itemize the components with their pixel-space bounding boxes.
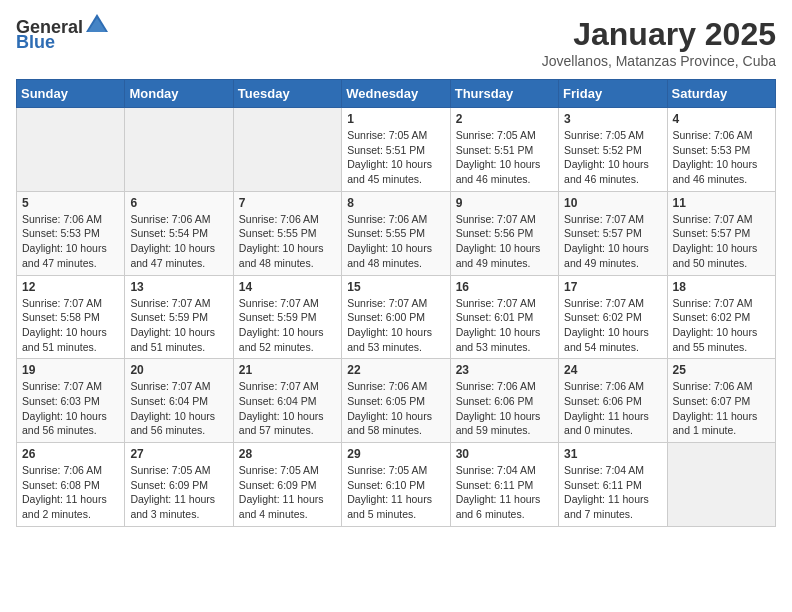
day-number: 14 (239, 280, 336, 294)
day-number: 31 (564, 447, 661, 461)
calendar-cell: 26Sunrise: 7:06 AM Sunset: 6:08 PM Dayli… (17, 443, 125, 527)
day-info: Sunrise: 7:07 AM Sunset: 5:57 PM Dayligh… (673, 212, 770, 271)
calendar-cell: 8Sunrise: 7:06 AM Sunset: 5:55 PM Daylig… (342, 191, 450, 275)
day-info: Sunrise: 7:04 AM Sunset: 6:11 PM Dayligh… (564, 463, 661, 522)
day-info: Sunrise: 7:07 AM Sunset: 5:57 PM Dayligh… (564, 212, 661, 271)
day-info: Sunrise: 7:05 AM Sunset: 6:09 PM Dayligh… (239, 463, 336, 522)
day-number: 7 (239, 196, 336, 210)
day-number: 30 (456, 447, 553, 461)
weekday-header-tuesday: Tuesday (233, 80, 341, 108)
calendar-cell: 5Sunrise: 7:06 AM Sunset: 5:53 PM Daylig… (17, 191, 125, 275)
calendar-cell: 27Sunrise: 7:05 AM Sunset: 6:09 PM Dayli… (125, 443, 233, 527)
day-info: Sunrise: 7:05 AM Sunset: 5:51 PM Dayligh… (347, 128, 444, 187)
day-number: 19 (22, 363, 119, 377)
day-number: 26 (22, 447, 119, 461)
day-info: Sunrise: 7:06 AM Sunset: 5:55 PM Dayligh… (347, 212, 444, 271)
day-number: 10 (564, 196, 661, 210)
day-number: 22 (347, 363, 444, 377)
day-info: Sunrise: 7:06 AM Sunset: 5:53 PM Dayligh… (22, 212, 119, 271)
day-info: Sunrise: 7:06 AM Sunset: 6:07 PM Dayligh… (673, 379, 770, 438)
day-info: Sunrise: 7:07 AM Sunset: 6:04 PM Dayligh… (130, 379, 227, 438)
page-header: General Blue January 2025 Jovellanos, Ma… (16, 16, 776, 69)
day-info: Sunrise: 7:07 AM Sunset: 6:01 PM Dayligh… (456, 296, 553, 355)
calendar-cell: 30Sunrise: 7:04 AM Sunset: 6:11 PM Dayli… (450, 443, 558, 527)
day-number: 15 (347, 280, 444, 294)
calendar-cell: 17Sunrise: 7:07 AM Sunset: 6:02 PM Dayli… (559, 275, 667, 359)
month-title: January 2025 (542, 16, 776, 53)
day-number: 20 (130, 363, 227, 377)
calendar-cell: 6Sunrise: 7:06 AM Sunset: 5:54 PM Daylig… (125, 191, 233, 275)
day-number: 12 (22, 280, 119, 294)
day-info: Sunrise: 7:05 AM Sunset: 5:52 PM Dayligh… (564, 128, 661, 187)
calendar-cell (233, 108, 341, 192)
day-number: 13 (130, 280, 227, 294)
calendar-cell: 23Sunrise: 7:06 AM Sunset: 6:06 PM Dayli… (450, 359, 558, 443)
day-number: 11 (673, 196, 770, 210)
day-number: 8 (347, 196, 444, 210)
day-info: Sunrise: 7:06 AM Sunset: 5:54 PM Dayligh… (130, 212, 227, 271)
weekday-header-wednesday: Wednesday (342, 80, 450, 108)
calendar-cell: 21Sunrise: 7:07 AM Sunset: 6:04 PM Dayli… (233, 359, 341, 443)
calendar-cell: 29Sunrise: 7:05 AM Sunset: 6:10 PM Dayli… (342, 443, 450, 527)
calendar-cell (667, 443, 775, 527)
day-info: Sunrise: 7:07 AM Sunset: 6:02 PM Dayligh… (564, 296, 661, 355)
day-number: 9 (456, 196, 553, 210)
calendar-cell: 31Sunrise: 7:04 AM Sunset: 6:11 PM Dayli… (559, 443, 667, 527)
calendar-cell: 22Sunrise: 7:06 AM Sunset: 6:05 PM Dayli… (342, 359, 450, 443)
calendar-cell: 2Sunrise: 7:05 AM Sunset: 5:51 PM Daylig… (450, 108, 558, 192)
day-number: 2 (456, 112, 553, 126)
weekday-header-monday: Monday (125, 80, 233, 108)
day-info: Sunrise: 7:07 AM Sunset: 5:58 PM Dayligh… (22, 296, 119, 355)
logo-icon (84, 12, 110, 38)
calendar-cell (17, 108, 125, 192)
day-info: Sunrise: 7:07 AM Sunset: 6:02 PM Dayligh… (673, 296, 770, 355)
calendar-cell: 10Sunrise: 7:07 AM Sunset: 5:57 PM Dayli… (559, 191, 667, 275)
calendar-week-4: 19Sunrise: 7:07 AM Sunset: 6:03 PM Dayli… (17, 359, 776, 443)
day-info: Sunrise: 7:06 AM Sunset: 5:55 PM Dayligh… (239, 212, 336, 271)
title-block: January 2025 Jovellanos, Matanzas Provin… (542, 16, 776, 69)
calendar-cell: 18Sunrise: 7:07 AM Sunset: 6:02 PM Dayli… (667, 275, 775, 359)
calendar-cell: 19Sunrise: 7:07 AM Sunset: 6:03 PM Dayli… (17, 359, 125, 443)
day-info: Sunrise: 7:07 AM Sunset: 5:56 PM Dayligh… (456, 212, 553, 271)
day-number: 16 (456, 280, 553, 294)
calendar-cell: 9Sunrise: 7:07 AM Sunset: 5:56 PM Daylig… (450, 191, 558, 275)
calendar-cell: 7Sunrise: 7:06 AM Sunset: 5:55 PM Daylig… (233, 191, 341, 275)
day-number: 29 (347, 447, 444, 461)
calendar-cell: 15Sunrise: 7:07 AM Sunset: 6:00 PM Dayli… (342, 275, 450, 359)
calendar-cell: 4Sunrise: 7:06 AM Sunset: 5:53 PM Daylig… (667, 108, 775, 192)
calendar-table: SundayMondayTuesdayWednesdayThursdayFrid… (16, 79, 776, 527)
day-number: 23 (456, 363, 553, 377)
calendar-cell: 13Sunrise: 7:07 AM Sunset: 5:59 PM Dayli… (125, 275, 233, 359)
calendar-cell: 3Sunrise: 7:05 AM Sunset: 5:52 PM Daylig… (559, 108, 667, 192)
day-info: Sunrise: 7:06 AM Sunset: 6:06 PM Dayligh… (456, 379, 553, 438)
calendar-cell: 12Sunrise: 7:07 AM Sunset: 5:58 PM Dayli… (17, 275, 125, 359)
day-number: 6 (130, 196, 227, 210)
calendar-cell: 20Sunrise: 7:07 AM Sunset: 6:04 PM Dayli… (125, 359, 233, 443)
weekday-header-sunday: Sunday (17, 80, 125, 108)
day-info: Sunrise: 7:05 AM Sunset: 6:10 PM Dayligh… (347, 463, 444, 522)
day-number: 3 (564, 112, 661, 126)
day-info: Sunrise: 7:06 AM Sunset: 5:53 PM Dayligh… (673, 128, 770, 187)
calendar-cell: 1Sunrise: 7:05 AM Sunset: 5:51 PM Daylig… (342, 108, 450, 192)
day-info: Sunrise: 7:06 AM Sunset: 6:06 PM Dayligh… (564, 379, 661, 438)
calendar-week-1: 1Sunrise: 7:05 AM Sunset: 5:51 PM Daylig… (17, 108, 776, 192)
day-number: 27 (130, 447, 227, 461)
location-subtitle: Jovellanos, Matanzas Province, Cuba (542, 53, 776, 69)
day-number: 17 (564, 280, 661, 294)
day-info: Sunrise: 7:07 AM Sunset: 5:59 PM Dayligh… (130, 296, 227, 355)
day-number: 18 (673, 280, 770, 294)
day-number: 5 (22, 196, 119, 210)
calendar-cell: 24Sunrise: 7:06 AM Sunset: 6:06 PM Dayli… (559, 359, 667, 443)
calendar-cell (125, 108, 233, 192)
day-info: Sunrise: 7:05 AM Sunset: 6:09 PM Dayligh… (130, 463, 227, 522)
day-info: Sunrise: 7:07 AM Sunset: 5:59 PM Dayligh… (239, 296, 336, 355)
day-info: Sunrise: 7:07 AM Sunset: 6:00 PM Dayligh… (347, 296, 444, 355)
day-number: 28 (239, 447, 336, 461)
calendar-cell: 25Sunrise: 7:06 AM Sunset: 6:07 PM Dayli… (667, 359, 775, 443)
weekday-header-saturday: Saturday (667, 80, 775, 108)
day-info: Sunrise: 7:05 AM Sunset: 5:51 PM Dayligh… (456, 128, 553, 187)
day-info: Sunrise: 7:06 AM Sunset: 6:05 PM Dayligh… (347, 379, 444, 438)
calendar-cell: 14Sunrise: 7:07 AM Sunset: 5:59 PM Dayli… (233, 275, 341, 359)
calendar-cell: 28Sunrise: 7:05 AM Sunset: 6:09 PM Dayli… (233, 443, 341, 527)
calendar-cell: 11Sunrise: 7:07 AM Sunset: 5:57 PM Dayli… (667, 191, 775, 275)
